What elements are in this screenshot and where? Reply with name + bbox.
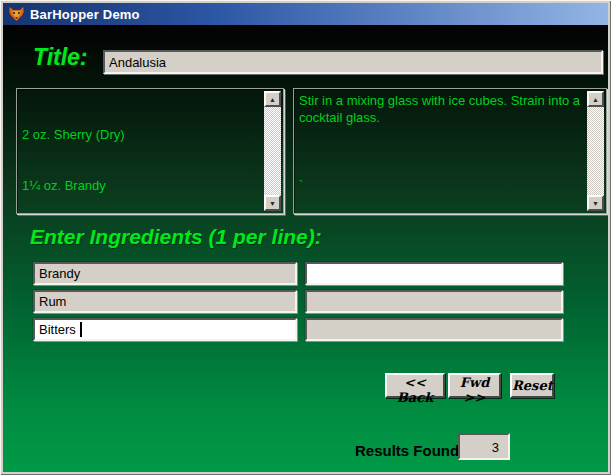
scroll-down-icon[interactable]: ▼ (587, 195, 604, 211)
scroll-up-glyph: ▲ (592, 96, 599, 103)
title-label: Title: (33, 44, 88, 71)
scroll-up-glyph: ▲ (269, 96, 276, 103)
ingredient-input-left-3[interactable] (33, 318, 297, 341)
instructions-display[interactable]: Stir in a mixing glass with ice cubes. S… (293, 88, 607, 214)
window-title: BarHopper Demo (30, 7, 140, 22)
ingredient-line: 2 oz. Sherry (Dry) (22, 126, 259, 143)
enter-ingredients-label: Enter Ingredients (1 per line): (30, 225, 322, 249)
fwd-button[interactable]: Fwd >> (448, 373, 501, 398)
instructions-scrollbar[interactable]: ▲ ▼ (587, 91, 604, 211)
app-window: BarHopper Demo Title: 2 oz. Sherry (Dry)… (0, 0, 611, 475)
instructions-text: Stir in a mixing glass with ice cubes. S… (299, 92, 582, 210)
ingredient-input-right-2[interactable] (305, 290, 563, 313)
ingredient-input-right-1[interactable] (305, 262, 563, 285)
ingredients-display[interactable]: 2 oz. Sherry (Dry) 1¼ oz. Brandy 1 oz. L… (16, 88, 284, 214)
ingredient-line: 1¼ oz. Brandy (22, 177, 259, 194)
ingredients-text: 2 oz. Sherry (Dry) 1¼ oz. Brandy 1 oz. L… (22, 92, 259, 210)
scroll-down-glyph: ▼ (269, 200, 276, 207)
back-button[interactable]: << Back (385, 373, 445, 398)
title-bar[interactable]: BarHopper Demo (3, 3, 608, 25)
fox-icon (8, 6, 25, 22)
scroll-up-icon[interactable]: ▲ (587, 91, 604, 107)
ingredient-input-left-2[interactable] (33, 290, 297, 313)
main-content: Title: 2 oz. Sherry (Dry) 1¼ oz. Brandy … (3, 25, 608, 472)
reset-button[interactable]: Reset (510, 373, 554, 398)
recipe-title-input[interactable] (103, 50, 603, 74)
scroll-down-glyph: ▼ (592, 200, 599, 207)
results-count-field: 3 (458, 433, 510, 460)
results-found-label: Results Found: (355, 442, 464, 459)
scroll-down-icon[interactable]: ▼ (264, 195, 281, 211)
scroll-up-icon[interactable]: ▲ (264, 91, 281, 107)
ingredient-input-right-3[interactable] (305, 318, 563, 341)
ingredient-input-left-1[interactable] (33, 262, 297, 285)
ingredients-scrollbar[interactable]: ▲ ▼ (264, 91, 281, 211)
text-caret (80, 322, 82, 337)
